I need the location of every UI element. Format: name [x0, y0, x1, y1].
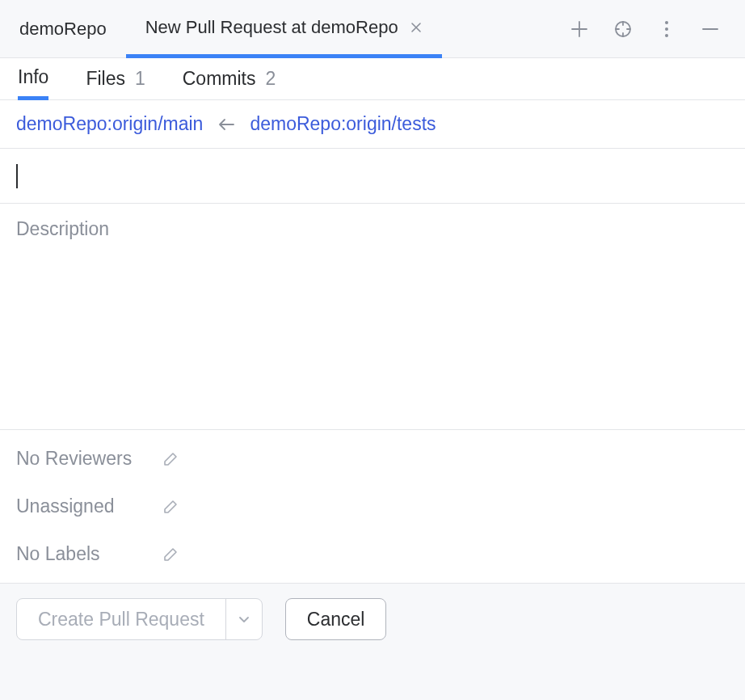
tab-repo-label: demoRepo	[19, 19, 107, 40]
create-pr-button[interactable]: Create Pull Request	[16, 598, 263, 640]
description-placeholder: Description	[16, 218, 109, 239]
top-bar: demoRepo New Pull Request at demoRepo	[0, 0, 745, 58]
tab-repo[interactable]: demoRepo	[0, 0, 126, 57]
cancel-button[interactable]: Cancel	[285, 598, 387, 640]
tab-info[interactable]: Info	[18, 59, 48, 100]
tab-commits-label: Commits	[183, 68, 256, 90]
tab-new-pr[interactable]: New Pull Request at demoRepo	[126, 1, 442, 58]
tab-commits[interactable]: Commits 2	[183, 58, 276, 99]
minimize-icon[interactable]	[700, 19, 721, 40]
target-branch[interactable]: demoRepo:origin/main	[16, 113, 203, 135]
sub-tabs: Info Files 1 Commits 2	[0, 58, 745, 100]
button-bar: Create Pull Request Cancel	[0, 584, 745, 655]
target-icon[interactable]	[612, 19, 633, 40]
tab-new-pr-label: New Pull Request at demoRepo	[145, 17, 398, 38]
svg-point-1	[665, 21, 668, 24]
labels-label: No Labels	[16, 543, 162, 565]
create-pr-label: Create Pull Request	[17, 599, 226, 639]
top-actions	[569, 19, 735, 40]
title-input[interactable]	[0, 149, 745, 204]
arrow-left-icon	[217, 117, 235, 132]
tab-commits-count: 2	[265, 68, 276, 90]
svg-point-3	[665, 34, 668, 37]
pencil-icon[interactable]	[162, 450, 179, 468]
svg-point-2	[665, 27, 668, 31]
tab-files[interactable]: Files 1	[86, 58, 145, 99]
pencil-icon[interactable]	[162, 498, 179, 516]
meta-section: No Reviewers Unassigned No Labels	[0, 430, 745, 584]
reviewers-label: No Reviewers	[16, 448, 162, 470]
branch-row: demoRepo:origin/main demoRepo:origin/tes…	[0, 100, 745, 149]
plus-icon[interactable]	[569, 19, 590, 40]
description-input[interactable]: Description	[0, 204, 745, 430]
tab-info-label: Info	[18, 66, 48, 88]
assignees-label: Unassigned	[16, 495, 162, 517]
more-icon[interactable]	[656, 19, 677, 40]
cursor-caret	[16, 164, 18, 188]
cancel-label: Cancel	[307, 609, 365, 630]
reviewers-row: No Reviewers	[16, 448, 729, 470]
assignees-row: Unassigned	[16, 495, 729, 517]
close-icon[interactable]	[410, 21, 423, 34]
source-branch[interactable]: demoRepo:origin/tests	[250, 113, 436, 135]
labels-row: No Labels	[16, 543, 729, 565]
tab-files-label: Files	[86, 68, 125, 90]
tab-files-count: 1	[135, 68, 145, 90]
chevron-down-icon[interactable]	[226, 599, 262, 639]
pencil-icon[interactable]	[162, 546, 179, 563]
